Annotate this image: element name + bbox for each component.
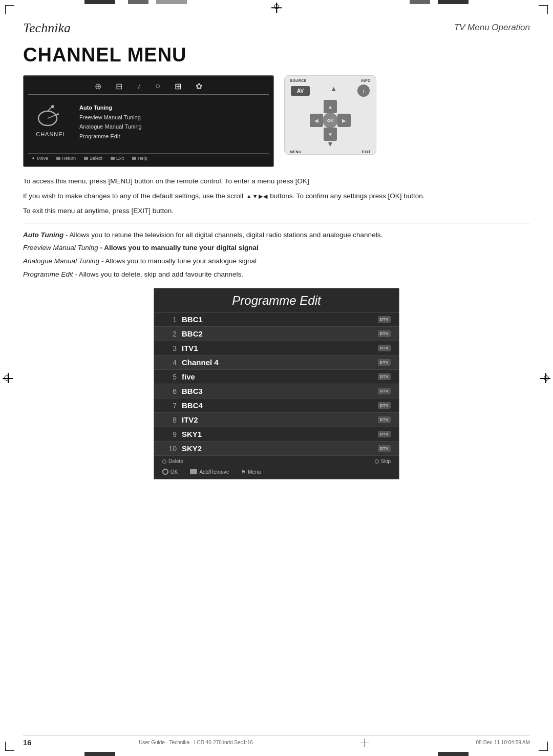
channel-name-0: BBC1 bbox=[182, 315, 378, 324]
body-para2-before: If you wish to make changes to any of th… bbox=[23, 192, 243, 200]
channel-num-4: 5 bbox=[162, 373, 177, 381]
tv-menu-item-3: Programme Edit bbox=[79, 132, 269, 141]
remote-down-arrow: ▼ bbox=[285, 140, 376, 148]
dpad-down-arrow-icon: ▼ bbox=[328, 132, 333, 137]
channel-type-0: DTV bbox=[378, 316, 391, 323]
tv-icon-monitor: ⊟ bbox=[116, 81, 122, 91]
footer-addremove: Add/Remove bbox=[190, 469, 229, 475]
channel-row-4[interactable]: 5 five DTV bbox=[154, 370, 399, 384]
body-para3: To exit this menu at anytime, press [EXI… bbox=[23, 206, 530, 217]
tv-menu-item-2: Analogue Manual Tuning bbox=[79, 122, 269, 132]
tv-icon-grid: ⊞ bbox=[175, 81, 181, 91]
body-para1: To access this menu, press [MENU] button… bbox=[23, 176, 530, 187]
crop-mark-top-mid bbox=[156, 0, 187, 4]
tv-bottom-bar: ✦ Move Return Select Exit bbox=[28, 153, 269, 163]
crosshair-left-circle bbox=[4, 375, 9, 381]
dpad-up-arrow-icon: ▲ bbox=[328, 104, 333, 110]
desc-text-0: - Allows you to retune the television fo… bbox=[66, 231, 382, 239]
channel-row-0[interactable]: 1 BBC1 DTV bbox=[154, 312, 399, 327]
header: Technika TV Menu Operation bbox=[23, 20, 530, 36]
channel-row-1[interactable]: 2 BBC2 DTV bbox=[154, 327, 399, 341]
dpad-left-button[interactable]: ◀ bbox=[310, 114, 323, 127]
body-para2-after: buttons. To confirm any settings press [… bbox=[270, 192, 424, 200]
logo: Technika bbox=[23, 20, 71, 36]
desc-item-0: Auto Tuning - Allows you to retune the t… bbox=[23, 229, 530, 241]
channel-type-6: DTV bbox=[378, 402, 391, 409]
remote-av-button[interactable]: AV bbox=[291, 86, 310, 96]
delete-label: Delete bbox=[168, 458, 183, 464]
desc-label-0: Auto Tuning bbox=[23, 231, 63, 239]
crosshair-circle-top bbox=[274, 4, 279, 9]
body-text-section: To access this menu, press [MENU] button… bbox=[23, 176, 530, 217]
channel-type-7: DTV bbox=[378, 416, 391, 423]
menu-icon: ⚑ bbox=[241, 469, 246, 475]
addremove-label: Add/Remove bbox=[199, 469, 229, 475]
desc-text-3: - Allows you to delete, skip and add fav… bbox=[75, 270, 243, 278]
dpad-right-arrow-icon: ▶ bbox=[342, 118, 346, 123]
footer-crosshair-icon bbox=[360, 739, 369, 747]
addremove-icon bbox=[190, 469, 197, 474]
desc-item-1: Freeview Manual Tuning - Allows you to m… bbox=[23, 242, 530, 254]
channel-row-7[interactable]: 8 ITV2 DTV bbox=[154, 413, 399, 427]
channel-row-8[interactable]: 9 SKY1 DTV bbox=[154, 427, 399, 442]
channel-name-9: SKY2 bbox=[182, 444, 378, 453]
desc-item-2: Analogue Manual Tuning - Allows you to m… bbox=[23, 256, 530, 267]
delete-icon bbox=[162, 459, 166, 464]
tv-bottom-return: Return bbox=[56, 156, 76, 161]
tv-menu-icons-row: ⊕ ⊟ ♪ ○ ⊞ ✿ bbox=[28, 81, 269, 95]
svg-point-4 bbox=[57, 113, 59, 115]
channel-name-4: five bbox=[182, 372, 378, 381]
footer-doc-label: User Guide - Technika - LCD 40-270.indd … bbox=[139, 740, 253, 745]
footer-menu: ⚑ Menu bbox=[241, 469, 261, 475]
arrow-left-icon: ◀ bbox=[263, 192, 267, 201]
reg-mark-tr bbox=[539, 5, 548, 14]
channel-type-4: DTV bbox=[378, 373, 391, 380]
channel-row-6[interactable]: 7 BBC4 DTV bbox=[154, 398, 399, 413]
channel-row-3[interactable]: 4 Channel 4 DTV bbox=[154, 355, 399, 370]
channel-name-2: ITV1 bbox=[182, 344, 378, 352]
dpad-down-button[interactable]: ▼ bbox=[324, 128, 337, 141]
crop-mark-bottom-left bbox=[84, 752, 115, 756]
dpad-right-button[interactable]: ▶ bbox=[337, 114, 351, 127]
skip-icon bbox=[375, 459, 379, 464]
channel-name-6: BBC4 bbox=[182, 401, 378, 410]
remote-bottom-labels: MENU EXIT bbox=[285, 150, 376, 154]
svg-point-2 bbox=[51, 105, 54, 108]
channel-name-8: SKY1 bbox=[182, 430, 378, 438]
crop-mark-bottom-right bbox=[438, 752, 469, 756]
menu-label: Menu bbox=[248, 469, 261, 475]
header-title: TV Menu Operation bbox=[454, 23, 530, 33]
channel-num-0: 1 bbox=[162, 316, 177, 324]
channel-num-3: 4 bbox=[162, 359, 177, 367]
footer-skip: Skip bbox=[375, 458, 391, 464]
dpad-up-button[interactable]: ▲ bbox=[324, 100, 337, 113]
satellite-icon bbox=[37, 104, 66, 127]
channel-num-2: 3 bbox=[162, 344, 177, 352]
tv-menu-right: Auto Tuning Freeview Manual Tuning Analo… bbox=[79, 99, 269, 150]
prog-edit-footer2: OK Add/Remove ⚑ Menu bbox=[154, 467, 399, 479]
ok-label: OK bbox=[171, 469, 178, 475]
channel-row-9[interactable]: 10 SKY2 DTV bbox=[154, 442, 399, 456]
divider bbox=[23, 223, 530, 223]
channel-row-2[interactable]: 3 ITV1 DTV bbox=[154, 341, 399, 355]
tv-icon-music: ♪ bbox=[137, 81, 141, 91]
remote-menu-label: MENU bbox=[290, 150, 302, 154]
dpad-container: ▲ ◀ OK ▶ ▼ bbox=[285, 100, 376, 141]
footer-date: 08-Dec-11 10:04:59 AM bbox=[476, 740, 530, 745]
remote-exit-label: EXIT bbox=[361, 150, 371, 154]
dpad-ok-button[interactable]: OK bbox=[323, 113, 338, 128]
channel-type-5: DTV bbox=[378, 388, 391, 394]
channel-type-8: DTV bbox=[378, 431, 391, 437]
footer-ok: OK bbox=[162, 469, 178, 475]
remote-info-button[interactable]: i bbox=[357, 85, 370, 97]
programme-edit-title: Programme Edit bbox=[154, 288, 399, 312]
tv-channel-label: CHANNEL bbox=[36, 131, 67, 137]
desc-label-1: Freeview Manual Tuning bbox=[23, 244, 98, 251]
tv-menu-item-1: Freeview Manual Tuning bbox=[79, 113, 269, 122]
channel-name-5: BBC3 bbox=[182, 387, 378, 395]
crop-mark-top-right bbox=[438, 0, 469, 4]
desc-label-2: Analogue Manual Tuning bbox=[23, 257, 99, 265]
tv-icon-settings: ✿ bbox=[196, 81, 202, 91]
channel-row-5[interactable]: 6 BBC3 DTV bbox=[154, 384, 399, 398]
page-footer: 16 User Guide - Technika - LCD 40-270.in… bbox=[23, 735, 530, 747]
